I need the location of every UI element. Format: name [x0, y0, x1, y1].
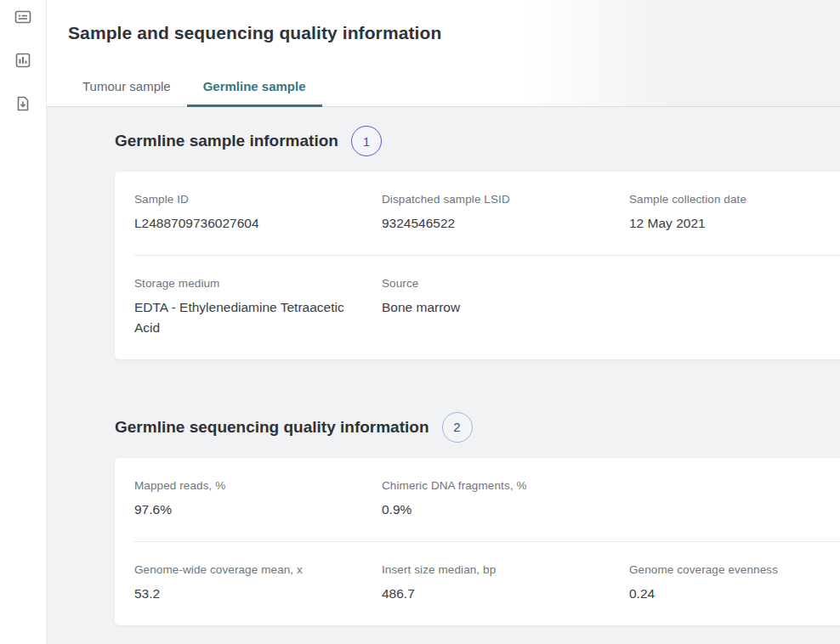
field-label: Genome-wide coverage mean, x — [134, 563, 356, 576]
field-value: Bone marrow — [382, 297, 604, 317]
field-label: Dispatched sample LSID — [382, 193, 604, 206]
quality-charts-icon[interactable] — [14, 52, 31, 69]
sidebar — [0, 0, 47, 644]
page-title: Sample and sequencing quality informatio… — [47, 0, 840, 43]
field-label: Genome coverage evenness — [629, 563, 820, 576]
card-row: Genome-wide coverage mean, x 53.2 Insert… — [134, 541, 840, 625]
germline-sequencing-quality-card: Mapped reads, % 97.6% Chimeric DNA fragm… — [115, 458, 840, 626]
field-label: Chimeric DNA fragments, % — [382, 479, 604, 492]
field-label: Sample collection date — [629, 193, 820, 206]
field-insert-size-median: Insert size median, bp 486.7 — [382, 563, 629, 603]
field-value: L2488709736027604 — [134, 213, 356, 233]
field-value: 53.2 — [134, 584, 356, 603]
field-value: 0.9% — [382, 500, 604, 519]
field-sample-collection-date: Sample collection date 12 May 2021 — [629, 193, 840, 233]
content-area: Germline sample information 1 Sample ID … — [47, 125, 840, 625]
field-sample-id: Sample ID L2488709736027604 — [134, 193, 382, 233]
field-mapped-reads: Mapped reads, % 97.6% — [134, 479, 382, 519]
section-heading-sequencing-quality: Germline sequencing quality information … — [115, 411, 840, 443]
page-header: Sample and sequencing quality informatio… — [47, 0, 840, 107]
section-heading-sample-info: Germline sample information 1 — [115, 125, 840, 157]
field-label: Insert size median, bp — [382, 563, 604, 576]
field-genome-wide-coverage-mean: Genome-wide coverage mean, x 53.2 — [134, 563, 382, 603]
sample-tabs: Tumour sample Germline sample — [66, 69, 322, 107]
field-genome-coverage-evenness: Genome coverage evenness 0.24 — [629, 563, 840, 603]
field-value: 97.6% — [134, 500, 356, 519]
field-chimeric-dna-fragments: Chimeric DNA fragments, % 0.9% — [382, 479, 629, 519]
field-label: Storage medium — [134, 277, 356, 290]
germline-sample-info-card: Sample ID L2488709736027604 Dispatched s… — [115, 172, 840, 359]
tab-tumour-sample[interactable]: Tumour sample — [66, 69, 187, 107]
field-storage-medium: Storage medium EDTA - Ethylenediamine Te… — [134, 277, 382, 337]
field-value: 9324546522 — [382, 213, 604, 233]
main-panel: Sample and sequencing quality informatio… — [47, 0, 840, 644]
field-label: Sample ID — [134, 193, 356, 206]
field-value: EDTA - Ethylenediamine Tetraacetic Acid — [134, 297, 356, 337]
field-value: 486.7 — [382, 584, 604, 603]
field-label: Source — [382, 277, 604, 290]
field-dispatched-sample-lsid: Dispatched sample LSID 9324546522 — [382, 193, 629, 233]
card-row: Storage medium EDTA - Ethylenediamine Te… — [134, 255, 840, 359]
field-value: 0.24 — [629, 584, 820, 603]
section-number-badge: 2 — [442, 412, 473, 443]
section-number-badge: 1 — [351, 126, 382, 156]
card-row: Sample ID L2488709736027604 Dispatched s… — [115, 172, 840, 255]
field-label: Mapped reads, % — [134, 479, 356, 492]
field-source: Source Bone marrow — [382, 277, 629, 337]
section-title: Germline sequencing quality information — [115, 418, 429, 437]
tab-germline-sample[interactable]: Germline sample — [187, 69, 322, 107]
sample-details-icon[interactable] — [14, 8, 31, 25]
section-title: Germline sample information — [115, 132, 338, 150]
field-value: 12 May 2021 — [629, 213, 820, 233]
card-row: Mapped reads, % 97.6% Chimeric DNA fragm… — [115, 458, 840, 541]
report-download-icon[interactable] — [14, 95, 31, 112]
